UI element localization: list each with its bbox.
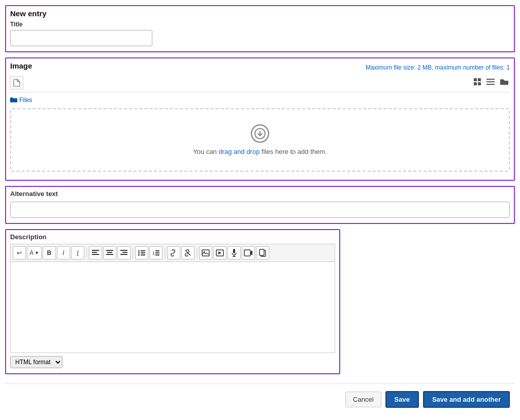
alt-text-label: Alternative text xyxy=(10,190,510,198)
copy-button[interactable] xyxy=(256,246,269,260)
font-dropdown-arrow: ▼ xyxy=(35,250,39,255)
svg-rect-14 xyxy=(120,250,127,251)
svg-rect-31 xyxy=(233,249,235,253)
italic-button[interactable]: I xyxy=(57,246,70,260)
files-link-label: Files xyxy=(19,96,32,104)
alt-text-input[interactable] xyxy=(10,202,510,218)
grid-view-icon[interactable] xyxy=(472,77,482,89)
drop-drag-link[interactable]: drag and drop xyxy=(218,148,259,155)
add-file-button[interactable] xyxy=(10,76,23,89)
page-footer: Cancel Save Save and add another xyxy=(5,383,515,415)
svg-rect-26 xyxy=(155,254,159,255)
download-icon xyxy=(251,124,269,143)
folder-icon xyxy=(10,96,17,104)
svg-rect-4 xyxy=(486,79,495,80)
ordered-list-button[interactable]: 1. xyxy=(149,246,162,260)
description-label: Description xyxy=(10,233,335,241)
list-view-icon[interactable] xyxy=(485,77,496,88)
svg-rect-13 xyxy=(106,254,113,255)
svg-point-19 xyxy=(138,252,140,254)
insert-image-button[interactable] xyxy=(199,246,212,260)
image-label: Image xyxy=(10,61,32,70)
link-button[interactable] xyxy=(167,246,180,260)
save-button[interactable]: Save xyxy=(385,391,419,408)
drop-zone-text: You can drag and drop files here to add … xyxy=(193,148,327,155)
svg-rect-5 xyxy=(486,81,495,82)
svg-rect-16 xyxy=(120,254,127,255)
image-toolbar-left xyxy=(10,76,23,89)
editor-toolbar: ↩ A ▼ B I I 1. xyxy=(10,244,335,262)
svg-rect-0 xyxy=(474,78,477,81)
svg-rect-28 xyxy=(202,250,209,256)
image-header: Image Maximum file size: 2 MB, maximum n… xyxy=(10,61,510,73)
alt-text-section: Alternative text xyxy=(5,186,515,224)
image-toolbar-right xyxy=(472,77,510,89)
svg-line-27 xyxy=(185,250,190,255)
svg-rect-34 xyxy=(244,250,250,256)
embed-button[interactable] xyxy=(213,246,226,260)
drop-text-after: files here to add them. xyxy=(259,148,327,155)
svg-rect-8 xyxy=(92,250,99,251)
video-button[interactable] xyxy=(242,246,255,260)
title-input[interactable] xyxy=(10,30,152,46)
svg-rect-3 xyxy=(478,82,481,85)
svg-rect-22 xyxy=(141,254,145,255)
cancel-button[interactable]: Cancel xyxy=(345,392,381,407)
svg-rect-15 xyxy=(122,252,127,253)
image-max-count: 1 xyxy=(506,64,510,71)
svg-point-17 xyxy=(138,250,140,252)
toolbar-sep-1 xyxy=(86,248,87,258)
svg-rect-10 xyxy=(92,254,99,255)
image-toolbar xyxy=(10,76,510,92)
svg-rect-6 xyxy=(486,84,495,85)
font-label: A xyxy=(29,249,34,256)
editor-body[interactable] xyxy=(10,262,335,353)
drop-text-before: You can xyxy=(193,148,218,155)
svg-rect-11 xyxy=(106,250,113,251)
svg-rect-25 xyxy=(155,252,159,253)
undo-button[interactable]: ↩ xyxy=(13,246,26,260)
svg-rect-9 xyxy=(92,252,97,253)
svg-point-21 xyxy=(138,254,140,256)
title-field-label: Title xyxy=(10,21,510,28)
format-select[interactable]: HTML format Plain text xyxy=(10,356,62,368)
svg-rect-36 xyxy=(259,249,264,255)
page-title: New entry xyxy=(10,9,510,18)
description-section: Description ↩ A ▼ B I I xyxy=(5,229,340,374)
toolbar-sep-3 xyxy=(165,248,165,258)
image-section: Image Maximum file size: 2 MB, maximum n… xyxy=(5,57,515,181)
drop-zone[interactable]: You can drag and drop files here to add … xyxy=(10,108,510,172)
svg-rect-18 xyxy=(141,250,145,251)
files-link[interactable]: Files xyxy=(10,95,510,105)
unordered-list-button[interactable] xyxy=(135,246,148,260)
align-right-button[interactable] xyxy=(117,246,131,260)
align-center-button[interactable] xyxy=(103,246,116,260)
svg-rect-1 xyxy=(478,78,481,81)
svg-rect-12 xyxy=(107,252,112,253)
unlink-button[interactable] xyxy=(181,246,194,260)
bold-button[interactable]: B xyxy=(43,246,56,260)
font-dropdown[interactable]: A ▼ xyxy=(27,246,42,260)
svg-rect-2 xyxy=(474,82,477,85)
audio-button[interactable] xyxy=(228,246,241,260)
save-and-add-button[interactable]: Save and add another xyxy=(423,391,510,408)
align-left-button[interactable] xyxy=(89,246,102,260)
image-max-text: Maximum file size: 2 MB, maximum number … xyxy=(366,64,505,71)
svg-rect-20 xyxy=(141,252,145,253)
svg-rect-24 xyxy=(155,250,159,251)
toolbar-sep-2 xyxy=(133,248,133,258)
image-max-info: Maximum file size: 2 MB, maximum number … xyxy=(366,64,510,71)
folder-view-icon[interactable] xyxy=(499,77,510,88)
page-title-section: New entry Title xyxy=(5,5,515,52)
strikethrough-button[interactable]: I xyxy=(71,246,84,260)
toolbar-sep-4 xyxy=(197,248,197,258)
